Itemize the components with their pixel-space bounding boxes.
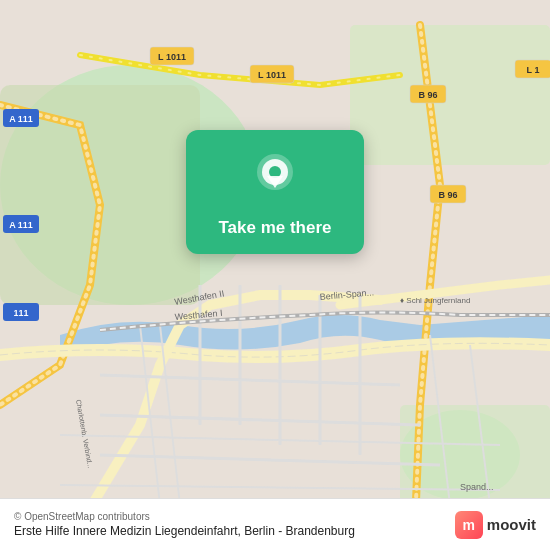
svg-text:A 111: A 111	[9, 220, 33, 230]
svg-text:Spand...: Spand...	[460, 482, 494, 492]
bottom-bar: © OpenStreetMap contributors Erste Hilfe…	[0, 498, 550, 550]
moovit-logo: m moovit	[455, 511, 536, 539]
take-me-there-card[interactable]: Take me there	[186, 130, 364, 254]
svg-rect-3	[350, 25, 550, 165]
svg-text:111: 111	[13, 308, 28, 318]
moovit-text: moovit	[487, 516, 536, 533]
svg-text:L 1: L 1	[527, 65, 540, 75]
take-me-there-label: Take me there	[218, 218, 331, 238]
svg-text:L 1011: L 1011	[158, 52, 186, 62]
svg-text:B 96: B 96	[438, 190, 457, 200]
svg-text:L 1011: L 1011	[258, 70, 286, 80]
location-name: Erste Hilfe Innere Medizin Liegendeinfah…	[14, 524, 455, 538]
moovit-m-icon: m	[455, 511, 483, 539]
pin-icon	[253, 152, 297, 208]
map-background: A 111 A 111 111 L 1011 L 1011 B 96 B 96 …	[0, 0, 550, 550]
svg-text:♦ Schl Jungfernland: ♦ Schl Jungfernland	[400, 296, 470, 305]
map-svg: A 111 A 111 111 L 1011 L 1011 B 96 B 96 …	[0, 0, 550, 550]
attribution-text: © OpenStreetMap contributors	[14, 511, 455, 522]
svg-text:A 111: A 111	[9, 114, 33, 124]
svg-text:B 96: B 96	[418, 90, 437, 100]
bottom-info: © OpenStreetMap contributors Erste Hilfe…	[14, 511, 455, 538]
app-container: A 111 A 111 111 L 1011 L 1011 B 96 B 96 …	[0, 0, 550, 550]
